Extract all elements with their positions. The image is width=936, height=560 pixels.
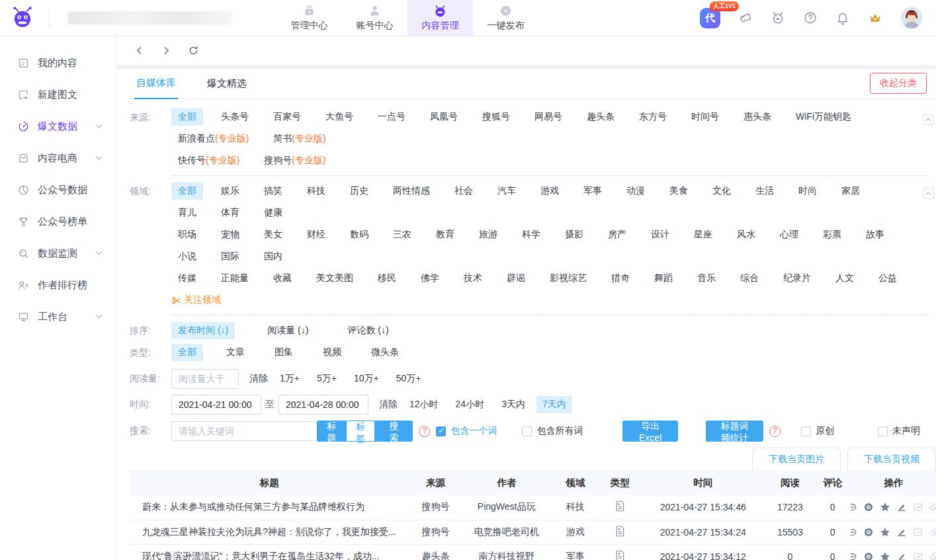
reads-threshold-input[interactable]: [171, 369, 239, 389]
category-option[interactable]: 游戏: [534, 182, 566, 200]
table-row[interactable]: 蔚来：从未参与或推动任何第三方参与某品牌维权行为搜狗号PingWest品玩科技2…: [130, 495, 936, 520]
checkbox[interactable]: [878, 426, 888, 436]
sort-option[interactable]: 阅读量 (↓): [261, 322, 315, 339]
sidebar-item-5[interactable]: 公众号数据: [0, 174, 116, 206]
category-option[interactable]: 财经: [300, 226, 332, 243]
source-option[interactable]: 快传号(专业版): [171, 152, 246, 169]
source-option[interactable]: 搜狐号: [476, 108, 517, 126]
category-option[interactable]: 两性情感: [386, 182, 437, 200]
category-option[interactable]: 小说: [171, 248, 203, 265]
reads-clear-link[interactable]: 清除: [249, 373, 268, 385]
type-option[interactable]: 文章: [220, 344, 251, 361]
sidebar-item-4[interactable]: 内容电商: [0, 142, 116, 174]
coupon-icon[interactable]: [738, 11, 753, 25]
category-option[interactable]: 风水: [730, 226, 762, 243]
search-by-tag-button[interactable]: 标签: [346, 420, 375, 442]
category-option[interactable]: 移民: [371, 270, 403, 287]
source-option[interactable]: 百家号: [267, 108, 308, 126]
sidebar-item-8[interactable]: 作者排行榜: [0, 269, 116, 301]
star-icon[interactable]: [880, 527, 890, 538]
origin-icon[interactable]: [863, 527, 874, 538]
collect-icon[interactable]: [896, 527, 907, 538]
search-button[interactable]: 搜索: [375, 420, 413, 442]
source-option[interactable]: 东方号: [632, 108, 673, 126]
category-option[interactable]: 影视综艺: [543, 270, 593, 287]
match-all-words-checkbox[interactable]: 包含所有词: [522, 425, 583, 437]
export-excel-button[interactable]: 导出Excel: [622, 420, 677, 442]
source-option[interactable]: 头条号: [214, 108, 255, 126]
forward-icon[interactable]: [161, 45, 172, 56]
time-clear-link[interactable]: 清除: [379, 399, 398, 411]
category-option[interactable]: 文化: [706, 182, 738, 200]
sidebar-item-1[interactable]: 我的内容: [0, 47, 116, 79]
sidebar-item-6[interactable]: 公众号榜单: [0, 206, 116, 237]
source-option[interactable]: 一点号: [371, 108, 412, 126]
search-help-icon[interactable]: ?: [419, 426, 430, 437]
category-option[interactable]: 收藏: [267, 270, 298, 287]
undeclared-checkbox[interactable]: 未声明: [878, 425, 920, 437]
star-icon[interactable]: [880, 551, 890, 560]
type-option[interactable]: 微头条: [364, 344, 405, 361]
keyword-search-input[interactable]: [171, 421, 317, 441]
source-option[interactable]: 全部: [171, 108, 203, 126]
category-option[interactable]: 技术: [457, 270, 489, 287]
checkbox[interactable]: [801, 426, 811, 436]
category-option[interactable]: 军事: [577, 182, 609, 200]
bell-icon[interactable]: [835, 11, 850, 25]
category-option[interactable]: 星座: [687, 226, 719, 243]
sort-option[interactable]: 发布时间 (↓): [171, 322, 235, 339]
collapse-categories-button[interactable]: 收起分类: [870, 73, 927, 94]
app-logo-icon[interactable]: [11, 6, 34, 30]
category-option[interactable]: 科技: [300, 182, 332, 200]
user-avatar[interactable]: [900, 7, 923, 29]
category-option[interactable]: 正能量: [214, 270, 255, 287]
help-icon[interactable]: [803, 11, 818, 25]
category-option[interactable]: 生活: [749, 182, 781, 200]
category-option[interactable]: 家居: [835, 182, 867, 200]
checkbox[interactable]: [522, 426, 532, 436]
origin-icon[interactable]: [863, 502, 874, 512]
source-option[interactable]: 时间号: [685, 108, 726, 126]
category-option[interactable]: 舞蹈: [648, 270, 679, 287]
wordfreq-help-icon[interactable]: ?: [769, 426, 781, 437]
refresh-icon[interactable]: [188, 45, 199, 56]
source-option[interactable]: 搜狗号(专业版): [257, 152, 332, 169]
type-option[interactable]: 视频: [316, 344, 348, 361]
category-option[interactable]: 教育: [429, 226, 461, 243]
category-option[interactable]: 时尚: [792, 182, 824, 200]
category-option[interactable]: 娱乐: [214, 182, 246, 200]
crown-icon[interactable]: [868, 11, 882, 25]
nav-tab-2[interactable]: 账号中心: [342, 0, 407, 36]
category-option[interactable]: 美文美图: [310, 270, 360, 287]
category-option[interactable]: 摄影: [558, 226, 590, 243]
source-collapse-icon[interactable]: [923, 114, 934, 125]
time-preset[interactable]: 12小时: [404, 396, 445, 413]
reads-preset[interactable]: 50万+: [390, 370, 427, 387]
sidebar-item-3[interactable]: 爆文数据: [0, 110, 116, 142]
category-option[interactable]: 综合: [734, 270, 765, 287]
reads-preset[interactable]: 5万+: [311, 370, 343, 387]
category-option[interactable]: 旅游: [472, 226, 504, 243]
category-option[interactable]: 辟谣: [500, 270, 532, 287]
category-option[interactable]: 育儿: [171, 204, 203, 221]
dai-service-icon[interactable]: 代 人工1V1: [700, 8, 720, 28]
category-collapse-icon[interactable]: [923, 188, 934, 199]
sidebar-item-2[interactable]: 新建图文: [0, 79, 116, 110]
category-option[interactable]: 社会: [448, 182, 480, 200]
nav-tab-3[interactable]: 内容管理: [407, 0, 473, 36]
download-page-videos-button[interactable]: 下载当页视频: [847, 448, 936, 471]
source-option[interactable]: 新浪看点(专业版): [171, 130, 255, 147]
type-option[interactable]: 图集: [268, 344, 300, 361]
category-option[interactable]: 公益: [872, 270, 904, 287]
category-option[interactable]: 数码: [343, 226, 375, 243]
category-option[interactable]: 美女: [257, 226, 289, 243]
category-option[interactable]: 美食: [663, 182, 695, 200]
source-option[interactable]: 网易号: [528, 108, 569, 126]
type-option[interactable]: 全部: [171, 344, 203, 361]
sidebar-item-7[interactable]: 数据监测: [0, 237, 116, 269]
source-option[interactable]: 凤凰号: [423, 108, 464, 126]
source-option[interactable]: 简书(专业版): [267, 130, 332, 147]
link-icon[interactable]: [851, 527, 857, 538]
mascot-icon[interactable]: [771, 11, 785, 25]
download-page-images-button[interactable]: 下载当页图片: [752, 448, 841, 471]
